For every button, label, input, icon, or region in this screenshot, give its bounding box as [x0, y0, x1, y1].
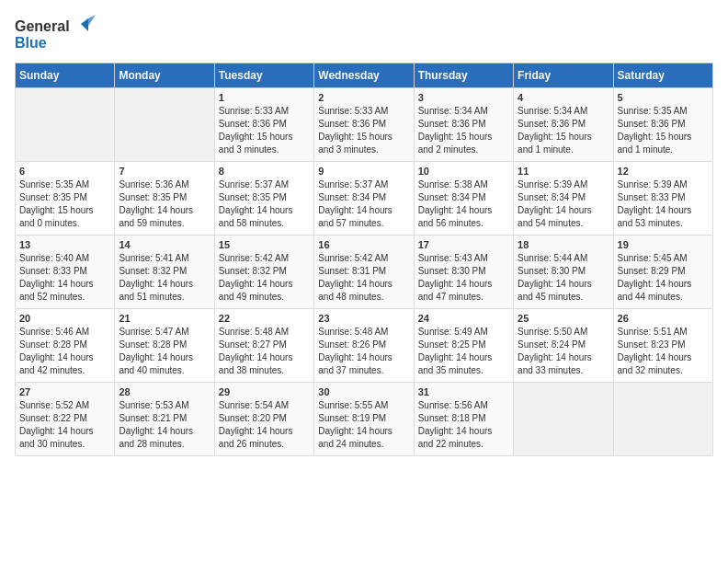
calendar-cell: 11Sunrise: 5:39 AM Sunset: 8:34 PM Dayli… [514, 162, 613, 236]
calendar-cell: 2Sunrise: 5:33 AM Sunset: 8:36 PM Daylig… [314, 88, 414, 162]
day-number: 23 [318, 313, 409, 324]
header: GeneralBlue [15, 15, 713, 52]
header-saturday: Saturday [613, 63, 712, 88]
day-detail: Sunrise: 5:55 AM Sunset: 8:19 PM Dayligh… [318, 399, 409, 451]
calendar-cell: 15Sunrise: 5:42 AM Sunset: 8:32 PM Dayli… [214, 236, 313, 309]
calendar-cell: 10Sunrise: 5:38 AM Sunset: 8:34 PM Dayli… [414, 162, 513, 236]
day-number: 1 [219, 92, 310, 103]
day-detail: Sunrise: 5:43 AM Sunset: 8:30 PM Dayligh… [418, 252, 509, 304]
calendar-cell: 23Sunrise: 5:48 AM Sunset: 8:26 PM Dayli… [314, 309, 414, 383]
day-number: 28 [119, 386, 210, 397]
calendar-cell: 25Sunrise: 5:50 AM Sunset: 8:24 PM Dayli… [514, 309, 613, 383]
day-number: 20 [19, 313, 110, 324]
calendar-cell: 24Sunrise: 5:49 AM Sunset: 8:25 PM Dayli… [414, 309, 513, 383]
calendar-week-2: 6Sunrise: 5:35 AM Sunset: 8:35 PM Daylig… [16, 162, 713, 236]
day-detail: Sunrise: 5:54 AM Sunset: 8:20 PM Dayligh… [219, 399, 310, 451]
day-detail: Sunrise: 5:40 AM Sunset: 8:33 PM Dayligh… [19, 252, 110, 304]
day-number: 14 [119, 239, 210, 250]
day-detail: Sunrise: 5:48 AM Sunset: 8:27 PM Dayligh… [219, 326, 310, 377]
calendar-cell: 4Sunrise: 5:34 AM Sunset: 8:36 PM Daylig… [514, 88, 613, 162]
svg-marker-2 [81, 18, 88, 31]
day-detail: Sunrise: 5:33 AM Sunset: 8:36 PM Dayligh… [219, 105, 310, 156]
day-number: 3 [418, 92, 509, 103]
calendar-cell: 29Sunrise: 5:54 AM Sunset: 8:20 PM Dayli… [214, 383, 313, 456]
day-detail: Sunrise: 5:41 AM Sunset: 8:32 PM Dayligh… [119, 252, 210, 304]
day-number: 21 [119, 313, 210, 324]
header-wednesday: Wednesday [314, 63, 414, 88]
day-number: 16 [318, 239, 409, 250]
calendar-cell [115, 88, 214, 162]
day-detail: Sunrise: 5:51 AM Sunset: 8:23 PM Dayligh… [618, 326, 709, 377]
day-number: 6 [19, 166, 110, 177]
calendar-cell: 26Sunrise: 5:51 AM Sunset: 8:23 PM Dayli… [613, 309, 712, 383]
day-detail: Sunrise: 5:35 AM Sunset: 8:35 PM Dayligh… [19, 178, 110, 230]
logo-svg: GeneralBlue [15, 15, 97, 52]
day-detail: Sunrise: 5:48 AM Sunset: 8:26 PM Dayligh… [318, 326, 409, 377]
day-detail: Sunrise: 5:53 AM Sunset: 8:21 PM Dayligh… [119, 399, 210, 451]
svg-text:General: General [15, 18, 70, 34]
header-tuesday: Tuesday [214, 63, 313, 88]
calendar-cell: 31Sunrise: 5:56 AM Sunset: 8:18 PM Dayli… [414, 383, 513, 456]
day-number: 31 [418, 386, 509, 397]
day-number: 10 [418, 166, 509, 177]
calendar-header-row: SundayMondayTuesdayWednesdayThursdayFrid… [16, 63, 713, 88]
day-detail: Sunrise: 5:33 AM Sunset: 8:36 PM Dayligh… [318, 105, 409, 156]
day-number: 22 [219, 313, 310, 324]
day-detail: Sunrise: 5:35 AM Sunset: 8:36 PM Dayligh… [618, 105, 709, 156]
day-number: 17 [418, 239, 509, 250]
day-number: 24 [418, 313, 509, 324]
day-detail: Sunrise: 5:45 AM Sunset: 8:29 PM Dayligh… [618, 252, 709, 304]
day-detail: Sunrise: 5:47 AM Sunset: 8:28 PM Dayligh… [119, 326, 210, 377]
calendar-cell: 18Sunrise: 5:44 AM Sunset: 8:30 PM Dayli… [514, 236, 613, 309]
calendar-cell: 30Sunrise: 5:55 AM Sunset: 8:19 PM Dayli… [314, 383, 414, 456]
day-detail: Sunrise: 5:52 AM Sunset: 8:22 PM Dayligh… [19, 399, 110, 451]
calendar-cell: 14Sunrise: 5:41 AM Sunset: 8:32 PM Dayli… [115, 236, 214, 309]
day-number: 11 [518, 166, 609, 177]
calendar-cell: 17Sunrise: 5:43 AM Sunset: 8:30 PM Dayli… [414, 236, 513, 309]
day-number: 15 [219, 239, 310, 250]
calendar-week-1: 1Sunrise: 5:33 AM Sunset: 8:36 PM Daylig… [16, 88, 713, 162]
calendar-cell: 1Sunrise: 5:33 AM Sunset: 8:36 PM Daylig… [214, 88, 313, 162]
calendar-cell [16, 88, 115, 162]
day-detail: Sunrise: 5:39 AM Sunset: 8:34 PM Dayligh… [518, 178, 609, 230]
header-thursday: Thursday [414, 63, 513, 88]
calendar-cell [514, 383, 613, 456]
day-number: 30 [318, 386, 409, 397]
day-number: 7 [119, 166, 210, 177]
calendar-table: SundayMondayTuesdayWednesdayThursdayFrid… [15, 63, 713, 456]
day-detail: Sunrise: 5:42 AM Sunset: 8:32 PM Dayligh… [219, 252, 310, 304]
calendar-week-5: 27Sunrise: 5:52 AM Sunset: 8:22 PM Dayli… [16, 383, 713, 456]
day-number: 12 [618, 166, 709, 177]
day-detail: Sunrise: 5:39 AM Sunset: 8:33 PM Dayligh… [618, 178, 709, 230]
calendar-cell: 7Sunrise: 5:36 AM Sunset: 8:35 PM Daylig… [115, 162, 214, 236]
calendar-cell: 5Sunrise: 5:35 AM Sunset: 8:36 PM Daylig… [613, 88, 712, 162]
header-friday: Friday [514, 63, 613, 88]
day-number: 19 [618, 239, 709, 250]
calendar-cell: 9Sunrise: 5:37 AM Sunset: 8:34 PM Daylig… [314, 162, 414, 236]
day-detail: Sunrise: 5:44 AM Sunset: 8:30 PM Dayligh… [518, 252, 609, 304]
day-number: 13 [19, 239, 110, 250]
calendar-week-4: 20Sunrise: 5:46 AM Sunset: 8:28 PM Dayli… [16, 309, 713, 383]
day-number: 26 [618, 313, 709, 324]
calendar-cell: 19Sunrise: 5:45 AM Sunset: 8:29 PM Dayli… [613, 236, 712, 309]
day-number: 2 [318, 92, 409, 103]
calendar-cell: 28Sunrise: 5:53 AM Sunset: 8:21 PM Dayli… [115, 383, 214, 456]
day-number: 25 [518, 313, 609, 324]
calendar-cell: 22Sunrise: 5:48 AM Sunset: 8:27 PM Dayli… [214, 309, 313, 383]
header-sunday: Sunday [16, 63, 115, 88]
calendar-cell: 20Sunrise: 5:46 AM Sunset: 8:28 PM Dayli… [16, 309, 115, 383]
calendar-cell: 8Sunrise: 5:37 AM Sunset: 8:35 PM Daylig… [214, 162, 313, 236]
day-detail: Sunrise: 5:37 AM Sunset: 8:34 PM Dayligh… [318, 178, 409, 230]
calendar-cell: 27Sunrise: 5:52 AM Sunset: 8:22 PM Dayli… [16, 383, 115, 456]
day-number: 5 [618, 92, 709, 103]
calendar-cell: 21Sunrise: 5:47 AM Sunset: 8:28 PM Dayli… [115, 309, 214, 383]
day-number: 8 [219, 166, 310, 177]
calendar-cell: 3Sunrise: 5:34 AM Sunset: 8:36 PM Daylig… [414, 88, 513, 162]
day-detail: Sunrise: 5:46 AM Sunset: 8:28 PM Dayligh… [19, 326, 110, 377]
day-detail: Sunrise: 5:42 AM Sunset: 8:31 PM Dayligh… [318, 252, 409, 304]
svg-marker-3 [88, 15, 96, 26]
day-number: 18 [518, 239, 609, 250]
calendar-cell: 6Sunrise: 5:35 AM Sunset: 8:35 PM Daylig… [16, 162, 115, 236]
day-detail: Sunrise: 5:50 AM Sunset: 8:24 PM Dayligh… [518, 326, 609, 377]
day-detail: Sunrise: 5:36 AM Sunset: 8:35 PM Dayligh… [119, 178, 210, 230]
